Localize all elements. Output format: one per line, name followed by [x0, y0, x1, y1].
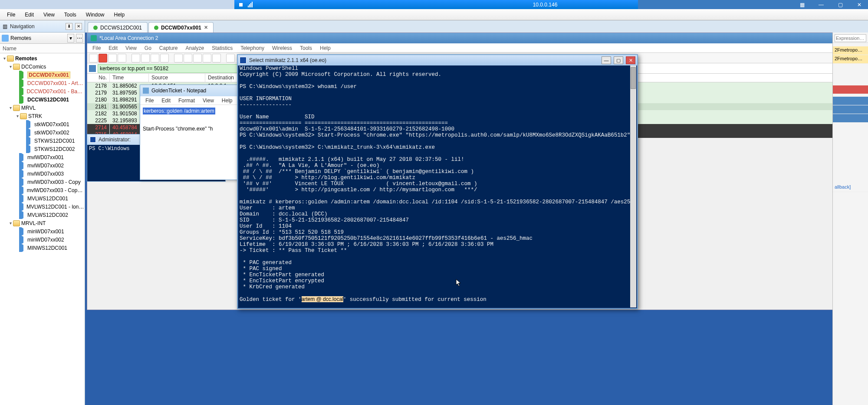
remote-session-bar: 10.0.0.146 — ❐ ✕ ▦ — ▢ ✕: [0, 0, 868, 9]
ws-stop-button[interactable]: [99, 54, 107, 62]
tree-item[interactable]: minWD07xx002: [0, 235, 85, 244]
ws-menu-capture[interactable]: Capture: [156, 44, 181, 52]
outer-maximize-button[interactable]: ▢: [835, 1, 845, 9]
ws-menu-edit[interactable]: Edit: [105, 44, 121, 52]
rs-link[interactable]: allback]: [833, 183, 868, 192]
sidebar-pin-button[interactable]: ⬇: [66, 23, 72, 30]
rs-cell-info[interactable]: [833, 97, 868, 105]
ws-tool-button[interactable]: [151, 54, 159, 62]
ws-menu-telephony[interactable]: Telephony: [237, 44, 268, 52]
ws-tool-button[interactable]: [118, 54, 126, 62]
tree-item[interactable]: stkWD07xx002: [0, 128, 85, 137]
ws-menu-wireless[interactable]: Wireless: [269, 44, 296, 52]
tree-root[interactable]: ▾Remotes: [0, 54, 85, 62]
tree-item[interactable]: DCCWD07xx001 - Badgu…: [0, 87, 85, 95]
np-menu-file[interactable]: File: [142, 97, 157, 104]
tree-item[interactable]: minWD07xx001: [0, 227, 85, 235]
outer-minimize-button[interactable]: —: [816, 1, 826, 9]
svg-rect-4: [252, 2, 253, 7]
tree-item[interactable]: DCCWS12DC001: [0, 95, 85, 104]
console-scrollbar[interactable]: [630, 65, 636, 307]
ws-tool-button[interactable]: [108, 54, 117, 62]
remotes-toolbar: Remotes ▾ ⋯: [0, 33, 85, 44]
tree-group[interactable]: ▾DCComics: [0, 62, 85, 71]
ws-tool-button[interactable]: [184, 54, 192, 62]
tree-item[interactable]: MINWS12DC001: [0, 244, 85, 252]
ws-menu-view[interactable]: View: [122, 44, 140, 52]
rs-cell-alert[interactable]: [833, 85, 868, 94]
mimikatz-titlebar[interactable]: Select mimikatz 2.1.1 x64 (oe.eo) — ▢ ✕: [238, 55, 637, 65]
mimikatz-console-output[interactable]: Windows PowerShell Copyright (C) 2009 Mi…: [239, 65, 630, 307]
ws-menu-go[interactable]: Go: [141, 44, 155, 52]
ws-menu-help[interactable]: Help: [316, 44, 334, 52]
mimikatz-console-window[interactable]: Select mimikatz 2.1.1 x64 (oe.eo) — ▢ ✕ …: [237, 54, 638, 309]
tree-group[interactable]: ▾MRVL-INT: [0, 219, 85, 227]
ws-tool-button[interactable]: [203, 54, 211, 62]
np-menu-edit[interactable]: Edit: [158, 97, 174, 104]
menu-file[interactable]: File: [3, 10, 20, 19]
tree-item[interactable]: DCCWD07xx001: [0, 71, 85, 79]
rs-cell[interactable]: 2Fmetropo…: [833, 55, 868, 64]
ws-tool-button[interactable]: [89, 54, 98, 62]
ws-tool-button[interactable]: [193, 54, 202, 62]
outer-grid-icon[interactable]: ▦: [797, 1, 807, 9]
rs-cell[interactable]: 2Fmetropo…: [833, 46, 868, 55]
tree-item[interactable]: MVLWS12DC001 - long user: [0, 202, 85, 211]
ws-tool-button[interactable]: [174, 54, 183, 62]
session-tab-active[interactable]: DCCWD07xx001✕: [148, 22, 214, 33]
window-maximize-button[interactable]: ▢: [614, 56, 623, 64]
tree-item[interactable]: MVLWS12DC002: [0, 211, 85, 219]
session-tab[interactable]: DCCWS12DC001: [88, 22, 148, 33]
wireshark-titlebar[interactable]: *Local Area Connection 2: [87, 33, 866, 43]
pin-icon[interactable]: [238, 2, 244, 8]
remotes-menu-button[interactable]: ⋯: [76, 34, 83, 42]
tree-item[interactable]: mvlWD07xx001: [0, 153, 85, 161]
sidebar-title: Navigation: [10, 23, 63, 29]
ws-tool-button[interactable]: [212, 54, 221, 62]
tree-item[interactable]: mvlWD07xx003 - Copy: [0, 178, 85, 186]
menu-edit[interactable]: Edit: [20, 10, 38, 19]
signal-icon: [247, 2, 253, 8]
tree-item[interactable]: mvlWD07xx003: [0, 170, 85, 178]
ws-tool-button[interactable]: [141, 54, 150, 62]
ws-tool-button[interactable]: [226, 54, 235, 62]
ws-menu-analyze[interactable]: Analyze: [182, 44, 208, 52]
right-panel-strip: 2Fmetropo… 2Fmetropo… allback]: [832, 33, 868, 405]
scrollbar-thumb[interactable]: [631, 67, 636, 89]
tree-item[interactable]: mvlWD07xx003 - Copy - …: [0, 186, 85, 194]
ws-tool-button[interactable]: [160, 54, 169, 62]
tree-item[interactable]: STKWS12DC002: [0, 145, 85, 153]
svg-rect-2: [249, 4, 250, 7]
remotes-tree[interactable]: ▾Remotes ▾DCComics DCCWD07xx001 DCCWD07x…: [0, 53, 85, 405]
ws-menu-tools[interactable]: Tools: [296, 44, 316, 52]
tree-group[interactable]: ▾MRVL: [0, 104, 85, 112]
wireshark-filter-input[interactable]: [98, 64, 241, 73]
menu-help[interactable]: Help: [110, 10, 129, 19]
expression-search[interactable]: [833, 33, 868, 43]
np-menu-help[interactable]: Help: [218, 97, 236, 104]
menu-tools[interactable]: Tools: [60, 10, 81, 19]
menu-window[interactable]: Window: [82, 10, 109, 19]
np-menu-view[interactable]: View: [199, 97, 217, 104]
menu-view[interactable]: View: [39, 10, 59, 19]
tree-item[interactable]: STKWS12DC001: [0, 137, 85, 145]
tree-item[interactable]: MVLWS12DC001: [0, 194, 85, 202]
outer-close-button[interactable]: ✕: [854, 1, 865, 9]
ws-tool-button[interactable]: [132, 54, 140, 62]
remotes-dropdown-button[interactable]: ▾: [67, 34, 74, 42]
np-menu-format[interactable]: Format: [175, 97, 198, 104]
powershell-icon: [90, 137, 96, 143]
tab-close-button[interactable]: ✕: [204, 25, 208, 30]
sidebar-close-button[interactable]: ✕: [75, 23, 82, 30]
rs-cell-info[interactable]: [833, 114, 868, 123]
rs-cell-info[interactable]: [833, 105, 868, 114]
tree-item[interactable]: DCCWD07xx001 - Artem: [0, 79, 85, 87]
window-minimize-button[interactable]: —: [602, 56, 611, 64]
ws-menu-statistics[interactable]: Statistics: [208, 44, 236, 52]
tree-item[interactable]: stkWD07xx001: [0, 120, 85, 128]
expression-input[interactable]: [835, 34, 866, 42]
tree-item[interactable]: mvlWD07xx002: [0, 161, 85, 170]
tree-subgroup[interactable]: ▾STRK: [0, 112, 85, 120]
window-close-button[interactable]: ✕: [626, 56, 635, 64]
ws-menu-file[interactable]: File: [89, 44, 104, 52]
